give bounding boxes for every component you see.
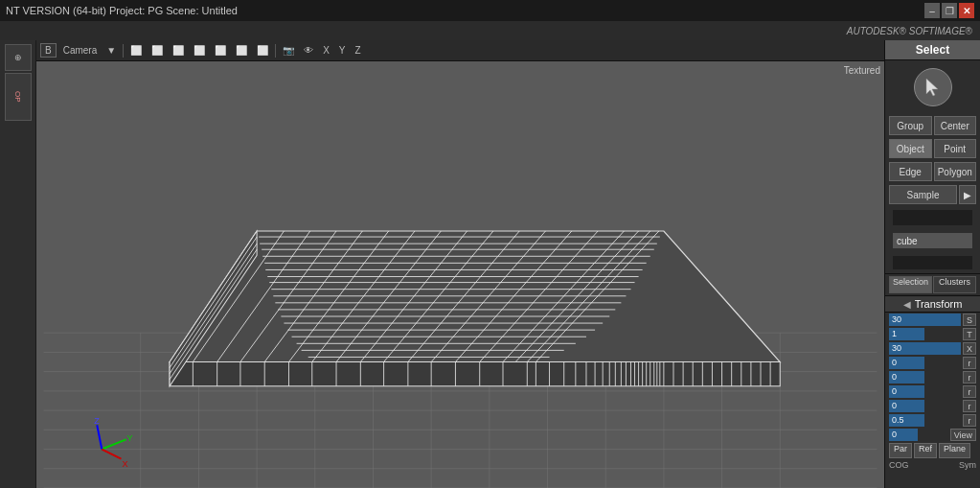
viewport-option-7[interactable]: ⬜ [254, 45, 271, 56]
x-axis[interactable]: X [320, 45, 332, 56]
slider-0e[interactable]: 0 [889, 429, 918, 441]
filter-input[interactable] [893, 256, 972, 269]
selection-clusters-tabs: Selection Clusters [885, 273, 980, 295]
point-button[interactable]: Point [934, 139, 977, 158]
slider-0d[interactable]: 0 [889, 400, 924, 412]
slider-0a-row: 0 r [885, 356, 980, 370]
slider-0b-btn[interactable]: r [963, 371, 976, 383]
brand-text: AUTODESK® SOFTIMAGE® [847, 26, 972, 36]
slider-1[interactable]: 1 [889, 328, 924, 340]
textured-label: Textured [844, 65, 880, 76]
group-button[interactable]: Group [889, 116, 932, 135]
slider-0c-btn[interactable]: r [963, 385, 976, 398]
slider-1-btn[interactable]: T [963, 328, 976, 340]
slider-1-row: 1 T [885, 327, 980, 341]
selection-tab[interactable]: Selection [889, 276, 932, 293]
cursor-button[interactable] [914, 68, 952, 106]
eye-icon[interactable]: 👁 [301, 45, 316, 56]
brand-bar: AUTODESK® SOFTIMAGE® [0, 21, 980, 40]
camera-icon[interactable]: 📷 [280, 45, 297, 56]
slider-s-btn[interactable]: S [963, 314, 976, 326]
slider-05-value: 0.5 [892, 414, 904, 427]
slider-0c-value: 0 [892, 385, 897, 398]
view-btn[interactable]: View [950, 429, 976, 441]
viewport-option-2[interactable]: ⬜ [148, 45, 166, 56]
svg-text:Y: Y [127, 433, 133, 443]
object-button[interactable]: Object [889, 139, 932, 158]
transform-arrow: ◀ [903, 299, 911, 310]
slider-30[interactable]: 30 [889, 342, 961, 355]
slider-30-btn[interactable]: X [963, 342, 976, 355]
svg-marker-59 [170, 362, 780, 386]
svg-marker-117 [926, 79, 938, 96]
minimize-button[interactable]: – [924, 3, 940, 18]
camera-dropdown[interactable]: ▼ [103, 45, 119, 56]
slider-30-value: 30 [892, 342, 901, 355]
slider-0e-row: 0 View [885, 428, 980, 442]
slider-0c[interactable]: 0 [889, 385, 924, 398]
viewport[interactable]: Y Z X Textured [36, 61, 884, 488]
viewport-toolbar: B Camera ▼ ⬜ ⬜ ⬜ ⬜ ⬜ ⬜ ⬜ 📷 👁 X Y Z [36, 40, 884, 61]
slider-0a-value: 0 [892, 357, 897, 369]
title-text: NT VERSION (64-bit) Project: PG Scene: U… [6, 5, 238, 16]
slider-s-value: 30 [892, 314, 901, 326]
slider-0a-btn[interactable]: r [963, 357, 976, 369]
left-tool-2[interactable]: OP [5, 73, 32, 121]
object-point-row: Object Point [885, 137, 980, 160]
slider-05[interactable]: 0.5 [889, 414, 924, 427]
viewport-option-1[interactable]: ⬜ [127, 45, 145, 56]
camera-btn[interactable]: Camera [60, 45, 101, 56]
viewport-option-6[interactable]: ⬜ [233, 45, 250, 56]
scene-grid: Y Z X [36, 61, 884, 488]
ref-button[interactable]: Ref [914, 443, 937, 458]
sym-label: Sym [959, 460, 976, 470]
cog-label: COG [889, 460, 909, 470]
par-ref-plane-row: Par Ref Plane [885, 442, 980, 459]
slider-0b-row: 0 r [885, 370, 980, 384]
transform-label: Transform [915, 298, 963, 310]
transform-header: ◀ Transform [885, 295, 980, 313]
plane-button[interactable]: Plane [939, 443, 970, 458]
svg-text:Z: Z [94, 416, 100, 426]
slider-0e-value: 0 [892, 429, 897, 441]
left-toolbar: ⊕ OP [0, 40, 36, 488]
sample-row: Sample ▶ [885, 183, 980, 206]
search-input[interactable] [893, 210, 972, 225]
slider-0b-value: 0 [892, 371, 897, 383]
svg-text:X: X [123, 459, 128, 469]
object-name-input[interactable] [893, 233, 972, 248]
slider-0b[interactable]: 0 [889, 371, 924, 383]
par-button[interactable]: Par [889, 443, 912, 458]
edge-button[interactable]: Edge [889, 162, 932, 181]
slider-s[interactable]: 30 [889, 314, 961, 326]
sample-arrow[interactable]: ▶ [959, 185, 976, 204]
select-header: Select [885, 40, 980, 60]
slider-0d-btn[interactable]: r [963, 400, 976, 412]
sample-button[interactable]: Sample [889, 185, 957, 204]
slider-0a[interactable]: 0 [889, 357, 924, 369]
slider-0d-row: 0 r [885, 399, 980, 413]
slider-1-value: 1 [892, 328, 897, 340]
left-tool-1[interactable]: ⊕ [5, 44, 32, 71]
polygon-button[interactable]: Polygon [934, 162, 977, 181]
title-bar: NT VERSION (64-bit) Project: PG Scene: U… [0, 0, 980, 21]
center-button[interactable]: Center [934, 116, 977, 135]
slider-0c-row: 0 r [885, 384, 980, 399]
z-axis[interactable]: Z [353, 45, 364, 56]
group-center-row: Group Center [885, 114, 980, 137]
right-panel: Select Group Center Object Point Edge Po… [884, 40, 980, 488]
clusters-tab[interactable]: Clusters [933, 276, 976, 293]
slider-s-row: 30 S [885, 313, 980, 327]
maximize-button[interactable]: ❐ [942, 3, 957, 18]
viewport-option-3[interactable]: ⬜ [170, 45, 187, 56]
close-button[interactable]: ✕ [959, 3, 974, 18]
view-mode-btn[interactable]: B [40, 43, 57, 58]
y-axis[interactable]: Y [336, 45, 349, 56]
edge-polygon-row: Edge Polygon [885, 160, 980, 183]
viewport-option-5[interactable]: ⬜ [212, 45, 229, 56]
viewport-option-4[interactable]: ⬜ [191, 45, 208, 56]
cog-sym-row: COG Sym [885, 459, 980, 471]
slider-0d-value: 0 [892, 400, 897, 412]
slider-05-row: 0.5 r [885, 413, 980, 428]
slider-05-btn[interactable]: r [963, 414, 976, 427]
